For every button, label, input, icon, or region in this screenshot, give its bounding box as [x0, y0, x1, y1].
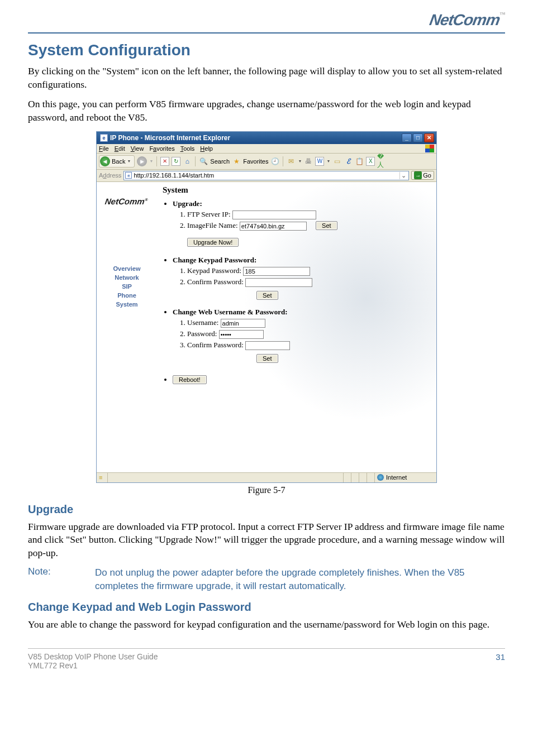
folder-button[interactable]: ▭ [332, 157, 341, 166]
browser-content: NetComm® Overview Network SIP Phone Syst… [97, 182, 436, 472]
close-button[interactable]: ✕ [424, 133, 434, 142]
menu-help[interactable]: Help [200, 145, 213, 152]
nav-overview[interactable]: Overview [97, 265, 157, 272]
mail-button[interactable]: ✉ [287, 157, 296, 166]
menu-tools[interactable]: Tools [180, 145, 195, 152]
window-titlebar: e IP Phone - Microsoft Internet Explorer… [97, 132, 436, 144]
minimize-button[interactable]: _ [402, 133, 412, 142]
favorites-star-icon: ★ [232, 157, 241, 166]
upgrade-set-button[interactable]: Set [316, 221, 337, 230]
nav-list: Overview Network SIP Phone System [97, 265, 157, 308]
page-number: 31 [496, 652, 505, 670]
content-heading: System [163, 185, 431, 195]
keypad-confirm-label: Confirm Password: [187, 277, 244, 286]
upgrade-section-title: Upgrade: [173, 199, 202, 208]
back-button[interactable]: ◄ Back ▼ [99, 155, 135, 168]
ie-page-icon-small: e [125, 172, 132, 179]
browser-window: e IP Phone - Microsoft Internet Explorer… [96, 131, 437, 483]
footer-line-2: YML772 Rev1 [28, 661, 158, 670]
ftp-label: FTP Server IP: [187, 210, 231, 218]
windows-flag-icon [425, 145, 434, 152]
keypad-password-label: Keypad Password: [187, 266, 241, 275]
keypad-set-button[interactable]: Set [256, 291, 278, 300]
toolbar-separator-3 [283, 156, 283, 166]
menu-file[interactable]: File [99, 145, 109, 152]
history-button[interactable]: 🕘 [270, 157, 279, 166]
favorites-button[interactable]: Favorites [243, 158, 268, 165]
intro-paragraph-2: On this page, you can perform V85 firmwa… [28, 98, 505, 124]
intro-paragraph-1: By clicking on the "System" icon on the … [28, 65, 505, 91]
nav-sip[interactable]: SIP [97, 283, 157, 290]
left-banner: NetComm® Overview Network SIP Phone Syst… [97, 182, 157, 472]
web-set-button[interactable]: Set [256, 354, 278, 363]
page-footer: V85 Desktop VoIP Phone User Guide YML772… [28, 648, 505, 670]
imagefile-input[interactable] [240, 222, 307, 231]
page-title: System Configuration [28, 41, 505, 59]
password-input[interactable] [219, 330, 264, 339]
status-text [108, 473, 344, 482]
brand-header: NetComm™ [28, 11, 505, 29]
nav-phone[interactable]: Phone [97, 292, 157, 299]
address-value: http://192.168.1.144/start.htm [134, 172, 398, 179]
menu-favorites[interactable]: Favorites [149, 145, 174, 152]
address-label: Address [99, 172, 121, 179]
go-button[interactable]: → Go [411, 171, 434, 180]
edit-button[interactable]: W [315, 157, 324, 166]
header-rule [28, 32, 505, 34]
confirm-password-label: Confirm Password: [187, 341, 244, 349]
site-logo: NetComm® [95, 185, 159, 209]
web-section-title: Change Web Username & Password: [173, 308, 288, 316]
refresh-button[interactable]: ↻ [172, 157, 180, 166]
figure-caption: Figure 5-7 [28, 485, 505, 495]
status-bar: ≡ Internet [97, 472, 436, 482]
toolbar-separator-2 [195, 156, 196, 166]
search-button[interactable]: Search [210, 158, 230, 165]
go-label: Go [423, 172, 431, 179]
back-arrow-icon: ◄ [100, 156, 110, 166]
status-zone-label: Internet [386, 474, 407, 481]
status-done-icon: ≡ [97, 473, 108, 482]
forward-dropdown-icon: ▼ [149, 159, 153, 163]
imagefile-label: ImageFile Name: [187, 221, 238, 229]
go-arrow-icon: → [414, 171, 422, 179]
password-label: Password: [187, 329, 217, 338]
nav-network[interactable]: Network [97, 274, 157, 281]
forward-button[interactable]: ► [137, 156, 147, 166]
footer-line-1: V85 Desktop VoIP Phone User Guide [28, 652, 158, 661]
address-input-wrapper[interactable]: e http://192.168.1.144/start.htm ⌄ [123, 171, 409, 180]
toolbar: ◄ Back ▼ ► ▼ ✕ ↻ ⌂ 🔍 Search ★ Favorites … [97, 154, 436, 170]
excel-button[interactable]: X [366, 157, 375, 166]
change-password-heading: Change Keypad and Web Login Password [28, 601, 505, 614]
username-input[interactable] [221, 319, 265, 328]
confirm-password-input[interactable] [245, 341, 290, 350]
print-button[interactable]: 🖶 [304, 157, 313, 166]
brand-logo-text: NetComm [428, 11, 501, 29]
menu-edit[interactable]: Edit [115, 145, 125, 152]
home-button[interactable]: ⌂ [183, 157, 192, 166]
username-label: Username: [187, 318, 218, 327]
upgrade-paragraph: Firmware upgrade are downloaded via FTP … [28, 520, 505, 560]
reboot-button[interactable]: Reboot! [173, 375, 207, 384]
keypad-password-input[interactable] [243, 267, 310, 276]
upgrade-now-button[interactable]: Upgrade Now! [187, 238, 239, 247]
stop-button[interactable]: ✕ [160, 157, 169, 166]
ftp-server-input[interactable] [232, 210, 316, 219]
keypad-section-title: Change Keypad Password: [173, 256, 256, 264]
messenger-button[interactable]: �人 [377, 157, 386, 166]
toolbar-separator [156, 156, 157, 166]
note-body: Do not unplug the power adapter before t… [95, 566, 505, 593]
clipboard-button[interactable]: 📋 [355, 157, 364, 166]
research-button[interactable]: ℰ [344, 157, 353, 166]
address-dropdown-icon[interactable]: ⌄ [399, 172, 407, 179]
status-zone: Internet [375, 473, 436, 482]
maximize-button[interactable]: □ [413, 133, 423, 142]
menu-view[interactable]: View [131, 145, 144, 152]
change-password-paragraph: You are able to change the password for … [28, 618, 505, 631]
back-label: Back [112, 158, 125, 165]
upgrade-heading: Upgrade [28, 503, 505, 516]
nav-system[interactable]: System [97, 301, 157, 308]
menu-bar: File Edit View Favorites Tools Help [97, 144, 436, 154]
address-bar: Address e http://192.168.1.144/start.htm… [97, 170, 436, 182]
keypad-confirm-input[interactable] [245, 278, 312, 287]
back-dropdown-icon: ▼ [127, 159, 131, 163]
